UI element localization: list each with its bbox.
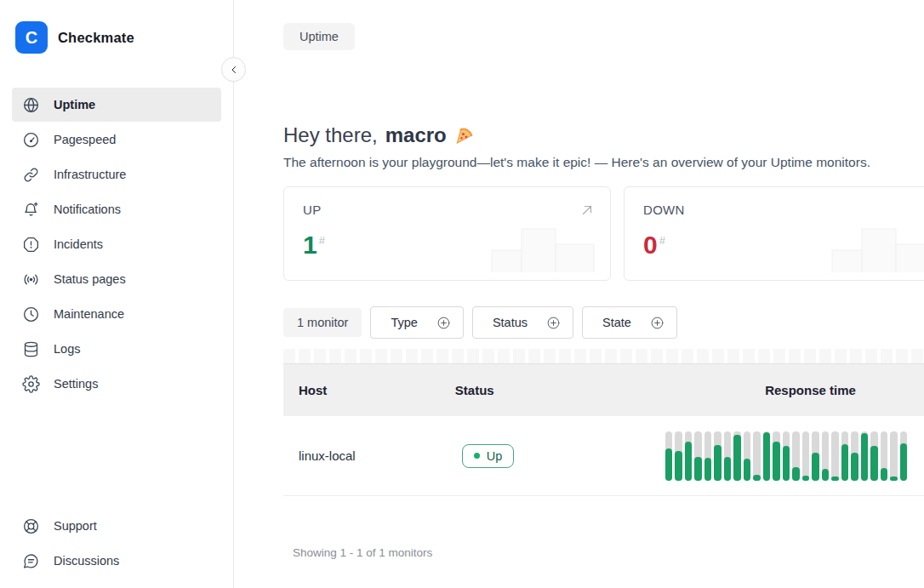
sidebar-item-label: Pagespeed [54, 133, 116, 146]
down-unit: # [659, 234, 665, 247]
response-bar[interactable] [704, 431, 712, 481]
chat-icon [22, 552, 40, 570]
monitor-host-name[interactable]: linux-local [299, 448, 356, 463]
pagination-summary: Showing 1 - 1 of 1 monitors [293, 546, 924, 559]
sidebar-item-settings[interactable]: Settings [12, 367, 221, 401]
sidebar-item-label: Support [54, 519, 97, 533]
response-bar[interactable] [665, 431, 673, 481]
response-bar[interactable] [724, 431, 732, 481]
down-stat-card[interactable]: DOWN 0# [624, 186, 924, 281]
response-bar[interactable] [900, 431, 908, 481]
sidebar-item-infrastructure[interactable]: Infrastructure [12, 157, 221, 191]
response-bar[interactable] [802, 431, 810, 481]
filter-state-label: State [602, 316, 631, 329]
sidebar-item-discussions[interactable]: Discussions [12, 544, 221, 578]
greeting-prefix: Hey there, [283, 123, 378, 147]
sidebar-collapse-button[interactable] [221, 57, 246, 82]
filter-status-button[interactable]: Status [472, 306, 573, 339]
sidebar-item-uptime[interactable]: Uptime [12, 88, 221, 122]
ghost-chart-decoration [488, 212, 598, 273]
circle-plus-icon [650, 316, 664, 330]
status-badge: Up [462, 444, 515, 468]
sidebar-item-pagespeed[interactable]: Pagespeed [12, 123, 221, 157]
breadcrumb[interactable]: Uptime [283, 23, 355, 50]
filter-status-label: Status [493, 316, 528, 329]
response-bar[interactable] [753, 431, 761, 481]
response-bar[interactable] [694, 431, 702, 481]
stat-cards: UP 1# DOWN 0# [283, 186, 924, 281]
filter-type-button[interactable]: Type [370, 306, 463, 339]
filter-type-label: Type [391, 316, 417, 329]
table-top-stripes-decoration [283, 349, 924, 363]
response-bar[interactable] [714, 431, 722, 481]
clock-icon [22, 305, 40, 323]
response-bar[interactable] [851, 431, 858, 481]
table-header-row: Host Status Response time [283, 364, 924, 416]
table-row[interactable]: linux-local Up [283, 416, 924, 496]
response-bar[interactable] [733, 431, 741, 481]
monitors-table: Host Status Response time linux-local Up [283, 363, 924, 496]
sidebar-item-label: Discussions [54, 554, 119, 568]
sidebar-item-label: Infrastructure [54, 168, 126, 181]
sidebar-item-label: Logs [54, 342, 80, 356]
down-count: 0 [643, 231, 658, 259]
response-bar[interactable] [773, 431, 780, 481]
response-bar[interactable] [822, 431, 830, 481]
sidebar-item-label: Settings [54, 377, 98, 391]
response-bar[interactable] [831, 431, 839, 481]
chevron-left-icon [229, 65, 239, 75]
column-header-host[interactable]: Host [283, 383, 455, 397]
response-bar[interactable] [744, 431, 751, 481]
circle-plus-icon [436, 316, 451, 330]
gear-icon [22, 375, 40, 393]
database-icon [22, 340, 40, 358]
response-bar[interactable] [881, 431, 888, 481]
sidebar-item-label: Incidents [54, 237, 103, 251]
response-bar[interactable] [890, 431, 898, 481]
sidebar-item-maintenance[interactable]: Maintenance [12, 297, 221, 331]
main-content: Uptime Hey there, macro The afternoon is… [234, 0, 924, 588]
response-bar[interactable] [783, 431, 790, 481]
sidebar-item-label: Maintenance [54, 307, 124, 321]
sidebar-item-status-pages[interactable]: Status pages [12, 262, 221, 296]
sidebar-item-incidents[interactable]: Incidents [12, 227, 221, 261]
sidebar-item-support[interactable]: Support [12, 509, 221, 543]
greeting-username: macro [385, 123, 447, 147]
monitor-count-chip: 1 monitor [283, 308, 362, 337]
sidebar-item-notifications[interactable]: Notifications [12, 192, 221, 226]
response-bar[interactable] [861, 431, 869, 481]
up-unit: # [319, 234, 325, 247]
status-dot-icon [474, 453, 480, 459]
pizza-icon [454, 126, 474, 146]
response-bar[interactable] [812, 431, 819, 481]
response-bar[interactable] [841, 431, 849, 481]
response-bar[interactable] [792, 431, 800, 481]
filter-state-button[interactable]: State [582, 306, 677, 339]
broadcast-icon [22, 271, 40, 288]
page-title: Hey there, macro [283, 123, 924, 147]
response-bar[interactable] [763, 431, 771, 481]
column-header-status[interactable]: Status [455, 383, 665, 397]
column-header-response-time[interactable]: Response time [665, 383, 924, 397]
response-bar[interactable] [675, 431, 682, 481]
app-brand[interactable]: C Checkmate [12, 21, 221, 54]
bell-plus-icon [22, 201, 40, 219]
filter-bar: 1 monitor Type Status State [283, 306, 924, 339]
sidebar-item-label: Uptime [54, 98, 95, 111]
status-badge-label: Up [487, 449, 503, 463]
sidebar-item-label: Status pages [54, 272, 126, 286]
sidebar-item-logs[interactable]: Logs [12, 332, 221, 366]
up-count: 1 [303, 231, 317, 259]
ghost-chart-decoration [828, 212, 924, 273]
globe-icon [22, 96, 40, 114]
link-icon [22, 166, 40, 184]
sidebar-nav: Uptime Pagespeed Infrastructure Notifica… [12, 88, 221, 401]
response-bar[interactable] [685, 431, 693, 481]
lifebuoy-icon [22, 517, 40, 535]
greeting-subtitle: The afternoon is your playground—let's m… [283, 155, 924, 170]
app-logo[interactable]: C [15, 21, 48, 54]
up-stat-card[interactable]: UP 1# [283, 186, 611, 281]
response-bar[interactable] [870, 431, 878, 481]
sidebar-item-label: Notifications [54, 203, 121, 216]
response-chart [665, 431, 924, 481]
